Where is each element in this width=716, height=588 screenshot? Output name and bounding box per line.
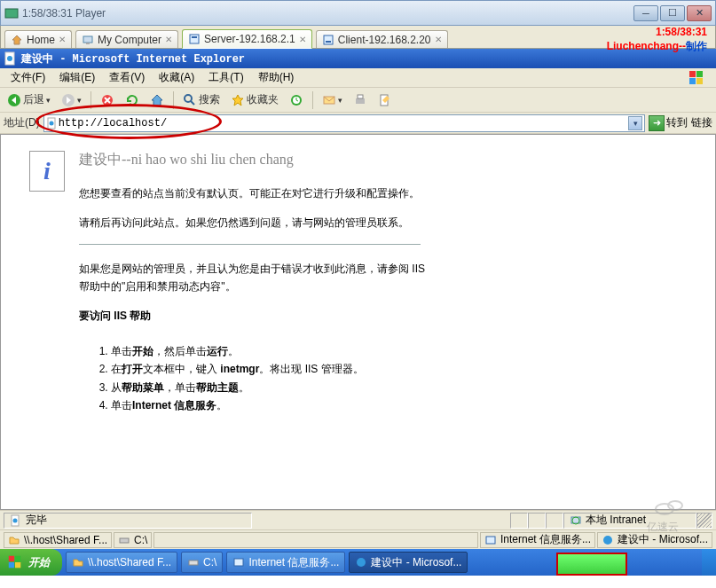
favorites-button[interactable]: 收藏夹 [227,91,282,108]
windows-flag-icon [681,68,712,88]
list-item: 单击Internet 信息服务。 [111,396,425,414]
watermark: 亿速云 [647,493,700,535]
tab-client[interactable]: Client-192.168.2.20 ✕ [316,30,448,48]
svg-point-27 [13,518,18,522]
ie-page-icon [4,51,18,66]
svg-point-32 [603,536,612,545]
ie-page-icon [46,117,59,129]
refresh-button[interactable] [122,92,143,108]
taskbar-item[interactable]: 建设中 - Microsof... [349,552,468,573]
instruction-list: 单击开始，然后单击运行。 在打开文本框中，键入 inetmgr。将出现 IIS … [111,342,425,415]
separator [312,91,313,109]
links-label[interactable]: 链接 [691,115,712,130]
status-item[interactable]: Internet 信息服务... [480,532,595,548]
svg-point-16 [185,95,192,102]
go-button[interactable]: ➜转到 [649,115,688,131]
page-p4: 要访问 IIS 帮助 [79,308,425,330]
search-button[interactable]: 搜索 [179,91,224,108]
forward-button[interactable]: ▾ [58,92,85,108]
page-heading: 建设中--ni hao wo shi liu chen chang [79,151,425,169]
svg-rect-6 [326,41,331,43]
stop-button[interactable] [97,92,118,108]
svg-line-17 [191,101,194,105]
svg-rect-22 [358,95,363,98]
close-button[interactable]: ✕ [687,5,712,21]
home-button[interactable] [146,92,168,108]
tab-close-icon[interactable]: ✕ [165,35,172,44]
svg-rect-4 [192,36,197,38]
player-titlebar: 1:58/38:31 Player ─ ☐ ✕ [0,0,716,26]
tab-close-icon[interactable]: ✕ [435,35,442,44]
address-combo[interactable]: http://localhost/ ▾ [43,114,645,132]
tab-close-icon[interactable]: ✕ [59,35,66,44]
overlay-author: Liuchenchang-- [607,40,686,52]
menu-file[interactable]: 文件(F) [4,68,52,87]
computer-icon [82,34,94,46]
svg-rect-10 [696,71,703,77]
svg-rect-31 [486,537,495,544]
menu-view[interactable]: 查看(V) [102,68,152,87]
address-url: http://localhost/ [59,117,167,129]
ie-viewport: i 建设中--ni hao wo shi liu chen chang 您想要查… [0,134,716,510]
svg-rect-0 [5,9,18,18]
tab-label: Client-192.168.2.20 [338,34,431,46]
svg-rect-34 [15,556,20,561]
svg-rect-1 [83,36,92,43]
history-button[interactable] [286,92,307,108]
drive-icon [187,556,200,568]
tab-server[interactable]: Server-192.168.2.1 ✕ [182,29,312,49]
status-item[interactable]: \\.host\Shared F... [4,532,112,548]
ie-statusbar: 完毕 本地 Intranet [0,510,716,529]
maximize-button[interactable]: ☐ [660,5,685,21]
edit-button[interactable] [374,92,396,108]
svg-rect-33 [9,556,14,561]
ie-icon [355,556,367,568]
taskbar-item[interactable]: C:\ [181,552,223,573]
separator [173,91,174,109]
overlay-make: 制作 [686,40,707,52]
page-p2: 请稍后再访问此站点。如果您仍然遇到问题，请与网站的管理员联系。 [79,215,425,231]
server-icon [188,33,201,45]
tab-label: Home [27,34,55,46]
client-icon [322,34,334,46]
home-icon [11,34,23,46]
menu-help[interactable]: 帮助(H) [251,68,302,87]
dropdown-button[interactable]: ▾ [628,116,642,130]
system-tray[interactable] [702,549,716,576]
folder-icon [8,534,20,546]
tab-close-icon[interactable]: ✕ [299,35,306,44]
print-button[interactable] [350,92,371,108]
menu-favorites[interactable]: 收藏(A) [152,68,201,87]
iis-icon [232,556,245,568]
address-label: 地址(D) [4,115,40,130]
svg-rect-38 [234,559,243,566]
ie-page-icon [10,514,22,527]
svg-rect-12 [696,78,703,84]
windows-logo-icon [7,554,23,570]
menu-edit[interactable]: 编辑(E) [52,68,102,87]
computer-icon [570,514,582,527]
tab-home[interactable]: Home ✕ [4,30,72,48]
taskbar-item[interactable]: Internet 信息服务... [226,552,345,573]
svg-point-39 [357,558,366,567]
status-item[interactable]: C:\ [114,532,152,548]
tab-mycomputer[interactable]: My Computer ✕ [75,30,178,48]
player-icon [4,6,19,20]
svg-point-25 [49,121,53,125]
svg-rect-35 [9,562,14,568]
list-item: 单击开始，然后单击运行。 [111,342,425,360]
mail-button[interactable]: ▾ [319,92,346,108]
ie-toolbar: 后退 ▾ ▾ 搜索 收藏夹 ▾ [0,88,716,113]
page-p1: 您想要查看的站点当前没有默认页。可能正在对它进行升级和配置操作。 [79,185,425,202]
taskbar-item[interactable]: \\.host\Shared F... [66,552,177,573]
svg-rect-37 [189,561,198,565]
start-button[interactable]: 开始 [0,549,62,576]
ie-menubar: 文件(F) 编辑(E) 查看(V) 收藏(A) 工具(T) 帮助(H) [0,68,716,88]
separator [90,91,91,109]
ie-addressbar: 地址(D) http://localhost/ ▾ ➜转到 链接 [0,113,716,134]
back-button[interactable]: 后退 ▾ [4,91,54,108]
player-title: 1:58/38:31 Player [22,7,106,20]
menu-tools[interactable]: 工具(T) [201,68,250,87]
minimize-button[interactable]: ─ [633,5,658,21]
ie-icon [602,534,614,546]
